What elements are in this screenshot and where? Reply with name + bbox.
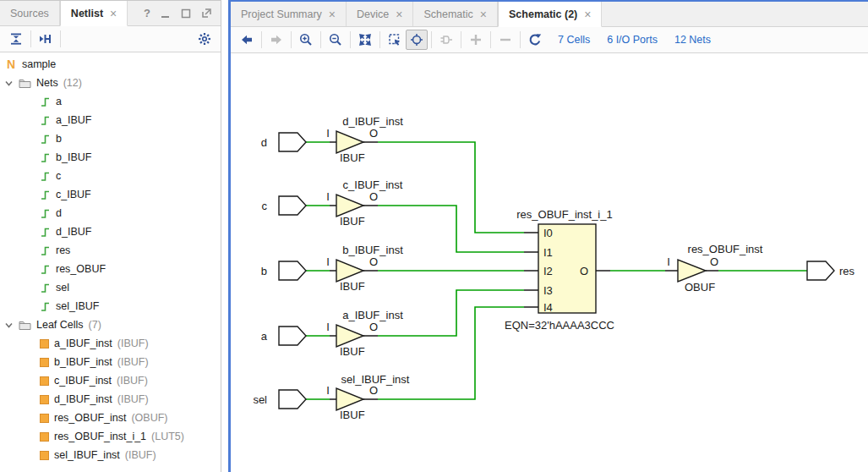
instance-label: c_IBUF_inst xyxy=(343,178,403,191)
net-label: res_OBUF xyxy=(56,263,106,275)
type-label: IBUF xyxy=(340,280,365,293)
tree-net-item[interactable]: res_OBUF xyxy=(0,260,221,278)
zoom-fit-button[interactable] xyxy=(354,30,376,50)
tree-net-item[interactable]: a_IBUF xyxy=(0,111,221,129)
gate-c-ibuf[interactable] xyxy=(336,195,363,217)
minimize-icon[interactable] xyxy=(161,8,171,19)
zoom-in-button[interactable] xyxy=(295,30,317,50)
tab-netlist[interactable]: Netlist × xyxy=(60,1,128,26)
tree-cell-item[interactable]: res_OBUF_inst(OBUF) xyxy=(0,409,221,427)
cell-icon xyxy=(40,451,49,460)
net-icon xyxy=(40,189,51,200)
cells-count-link[interactable]: 7 Cells xyxy=(558,34,590,46)
port-res[interactable] xyxy=(807,261,834,280)
tree-net-item[interactable]: b xyxy=(0,129,221,148)
close-icon[interactable]: × xyxy=(396,8,402,20)
collapse-all-button[interactable] xyxy=(5,29,27,49)
close-icon[interactable]: × xyxy=(110,8,117,19)
cell-icon xyxy=(40,358,49,367)
float-icon[interactable] xyxy=(201,8,212,19)
zoom-out-button[interactable] xyxy=(325,30,347,50)
zoom-to-selection-button[interactable] xyxy=(384,30,406,50)
port-d[interactable] xyxy=(279,133,306,151)
port-c[interactable] xyxy=(279,196,306,215)
toolbar-divider xyxy=(30,30,31,47)
autofit-selection-icon xyxy=(410,33,423,47)
tab-device[interactable]: Device × xyxy=(347,2,413,26)
help-icon[interactable]: ? xyxy=(144,7,150,19)
tree-cell-item[interactable]: a_IBUF_inst(IBUF) xyxy=(0,334,221,353)
gate-b-ibuf[interactable] xyxy=(336,260,363,282)
net-label: c xyxy=(56,170,61,182)
net-wire-sel[interactable] xyxy=(306,307,524,399)
schematic-canvas[interactable]: d I d_IBUF_inst O IBUF c I c_IBUF_inst O… xyxy=(231,53,868,472)
net-wire-d[interactable] xyxy=(306,142,524,233)
tree-group-leaf-cells[interactable]: Leaf Cells (7) xyxy=(0,316,221,334)
tab-schematic-2[interactable]: Schematic (2) × xyxy=(498,2,602,27)
tree-net-item[interactable]: b_IBUF xyxy=(0,148,221,167)
gate-res-obuf[interactable] xyxy=(678,260,706,282)
tree-net-item[interactable]: sel_IBUF xyxy=(0,297,221,316)
instance-label: res_OBUF_inst_i_1 xyxy=(516,208,612,221)
cell-type: (LUT5) xyxy=(151,431,184,442)
cell-label: b_IBUF_inst xyxy=(54,356,112,368)
tree-net-item[interactable]: c_IBUF xyxy=(0,185,221,204)
autofit-selection-button[interactable] xyxy=(406,30,428,50)
collapse-all-icon xyxy=(9,32,23,46)
chevron-down-icon[interactable] xyxy=(4,79,14,88)
tree-net-item[interactable]: c xyxy=(0,167,221,185)
tree-cell-item[interactable]: sel_IBUF_inst(IBUF) xyxy=(0,446,221,464)
settings-button[interactable] xyxy=(194,29,216,49)
maximize-icon[interactable] xyxy=(181,8,191,19)
tree-net-item[interactable]: sel xyxy=(0,278,221,297)
instance-label: a_IBUF_inst xyxy=(342,309,403,321)
tree-cell-item[interactable]: res_OBUF_inst_i_1(LUT5) xyxy=(0,427,221,446)
add-button[interactable] xyxy=(465,30,487,50)
tree-group-nets[interactable]: Nets (12) xyxy=(0,74,221,92)
port-sel[interactable] xyxy=(279,390,306,409)
io-ports-count-link[interactable]: 6 I/O Ports xyxy=(607,34,658,46)
gate-sel-ibuf[interactable] xyxy=(336,388,363,410)
tree-cell-item[interactable]: b_IBUF_inst(IBUF) xyxy=(0,353,221,371)
tree-cell-item[interactable]: c_IBUF_inst(IBUF) xyxy=(0,371,221,390)
cell-icon xyxy=(40,432,49,442)
zoom-in-icon xyxy=(299,33,313,47)
port-label: res xyxy=(839,265,855,277)
labels-sel-row: sel I sel_IBUF_inst O IBUF xyxy=(253,373,409,421)
tree-net-item[interactable]: d xyxy=(0,204,221,222)
remove-button[interactable] xyxy=(494,30,516,50)
tree-net-item[interactable]: a xyxy=(0,92,221,111)
net-label: sel_IBUF xyxy=(56,300,99,312)
tree-net-item[interactable]: res xyxy=(0,241,221,260)
nets-group-count: (12) xyxy=(63,77,82,89)
gate-a-ibuf[interactable] xyxy=(336,325,363,347)
expand-cone-button[interactable] xyxy=(435,30,457,50)
tree-root-sample[interactable]: N sample xyxy=(0,55,221,74)
net-icon xyxy=(40,301,51,312)
port-b[interactable] xyxy=(279,261,306,280)
cell-icon xyxy=(40,376,49,386)
chevron-down-icon[interactable] xyxy=(4,321,14,330)
close-icon[interactable]: × xyxy=(329,8,336,20)
tab-sources[interactable]: Sources xyxy=(0,1,60,25)
forward-button[interactable] xyxy=(265,30,287,50)
pin-label: I3 xyxy=(543,284,553,297)
pin-out-label: O xyxy=(580,265,588,277)
cell-icon xyxy=(40,339,49,349)
tree-cell-item[interactable]: d_IBUF_inst(IBUF) xyxy=(0,390,221,409)
tab-schematic[interactable]: Schematic × xyxy=(413,2,498,26)
back-button[interactable] xyxy=(236,30,258,50)
close-icon[interactable]: × xyxy=(584,8,591,20)
tab-project-summary[interactable]: Project Summary × xyxy=(231,2,347,26)
tree-net-item[interactable]: d_IBUF xyxy=(0,222,221,241)
net-icon xyxy=(40,245,51,256)
expand-netlist-button[interactable] xyxy=(35,29,57,49)
pin-out-label: O xyxy=(369,127,378,140)
nets-count-link[interactable]: 12 Nets xyxy=(674,34,711,46)
gate-d-ibuf[interactable] xyxy=(336,131,363,153)
port-label: d xyxy=(261,136,267,149)
port-a[interactable] xyxy=(279,327,306,345)
close-icon[interactable]: × xyxy=(480,8,487,20)
regenerate-button[interactable] xyxy=(524,30,546,50)
net-icon xyxy=(40,264,51,275)
